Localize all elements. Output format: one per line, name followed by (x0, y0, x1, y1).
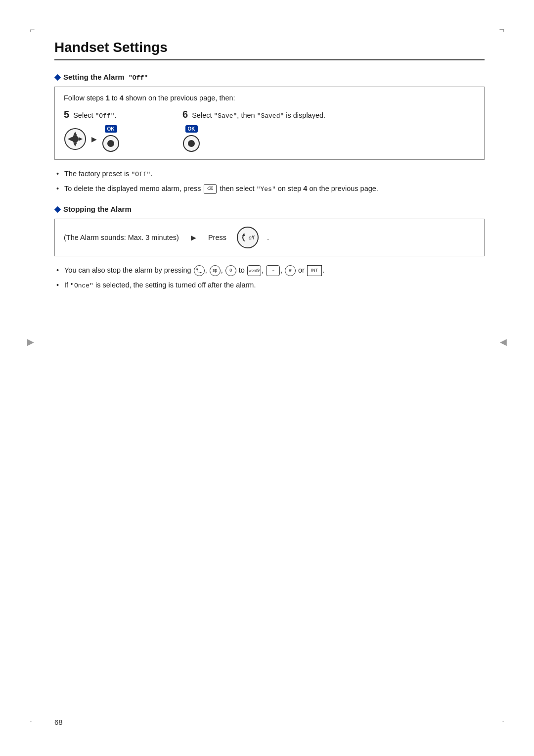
step5-ok-group: OK (102, 125, 120, 152)
period-label: . (267, 233, 269, 241)
section2-header-text: Stopping the Alarm (63, 205, 132, 213)
section1-bullets: The factory preset is "Off". To delete t… (54, 169, 485, 194)
ok-badge-5: OK (105, 125, 117, 133)
page-title: Handset Settings (54, 40, 485, 60)
section2-instruction-box: (The Alarm sounds: Max. 3 minutes) ▶ Pre… (54, 219, 485, 256)
bullet2-2: If "Once" is selected, the setting is tu… (54, 280, 485, 291)
corner-bottom-left: · (30, 716, 32, 726)
alarm-duration-text: (The Alarm sounds: Max. 3 minutes) (64, 234, 179, 241)
step6-icons: OK (182, 125, 200, 152)
nav-circle-icon (64, 128, 87, 150)
intro-text: Follow steps 1 to 4 shown on the previou… (64, 94, 475, 102)
press-label: Press (208, 234, 226, 241)
step6-ok-group: OK (182, 125, 200, 152)
bullet2-1: You can also stop the alarm by pressing … (54, 265, 485, 276)
step6-label: 6 Select "Save", then "Saved" is display… (182, 109, 325, 120)
press-button-icon: off (236, 226, 259, 249)
section1-instruction-box: Follow steps 1 to 4 shown on the previou… (54, 87, 485, 160)
star-icon: → (266, 265, 280, 276)
steps-row: 5 Select "Off". (64, 109, 475, 152)
speaker-icon: sp (210, 265, 221, 276)
nine-icon: word 9 (247, 265, 261, 276)
corner-bottom-right: · (502, 716, 504, 726)
diamond-icon: ◆ (54, 72, 60, 82)
svg-point-9 (188, 140, 195, 147)
step5-label: 5 Select "Off". (64, 109, 117, 120)
int-icon: INT (307, 265, 322, 276)
section2-header: ◆ Stopping the Alarm (54, 204, 485, 214)
svg-point-10 (237, 227, 258, 248)
section1-header-text: Setting the Alarm "Off" (63, 73, 148, 82)
step5-icons: ▶ OK (64, 125, 120, 152)
ok-badge-6: OK (185, 125, 198, 133)
svg-text:off: off (249, 235, 255, 240)
bullet1-1: The factory preset is "Off". (54, 169, 485, 180)
section1-header: ◆ Setting the Alarm "Off" (54, 72, 485, 82)
svg-point-7 (107, 140, 114, 147)
delete-key-icon: ⌫ (204, 184, 217, 194)
step5: 5 Select "Off". (64, 109, 163, 152)
hash-icon: # (285, 265, 296, 276)
step5-num: 5 (64, 109, 69, 120)
zero-icon: 0 (225, 265, 236, 276)
step6-num: 6 (182, 109, 188, 120)
section2-bullets: You can also stop the alarm by pressing … (54, 265, 485, 291)
ok-circle-icon-6 (182, 135, 200, 152)
page-number: 68 (54, 718, 63, 726)
step5-arrow: ▶ (91, 135, 97, 143)
bullet1-2: To delete the displayed memo alarm, pres… (54, 184, 485, 194)
stopping-arrow: ▶ (191, 234, 196, 241)
ok-circle-icon-5 (102, 135, 120, 152)
svg-point-5 (72, 136, 79, 142)
diamond-icon-2: ◆ (54, 204, 60, 214)
phone-icon (194, 265, 205, 276)
step6: 6 Select "Save", then "Saved" is display… (182, 109, 325, 152)
